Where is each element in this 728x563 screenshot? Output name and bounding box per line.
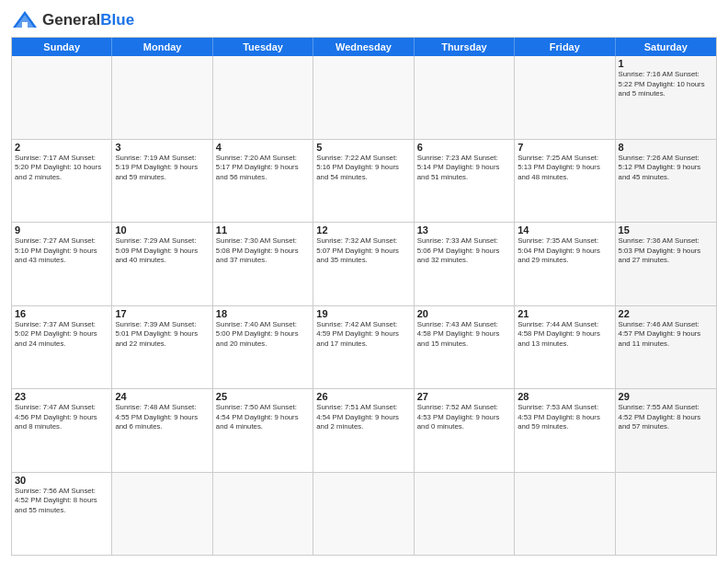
calendar-cell-day-10: 10Sunrise: 7:29 AM Sunset: 5:09 PM Dayli… <box>112 223 212 305</box>
day-number: 10 <box>115 224 209 236</box>
sun-info: Sunrise: 7:36 AM Sunset: 5:03 PM Dayligh… <box>619 236 713 266</box>
calendar-cell-day-15: 15Sunrise: 7:36 AM Sunset: 5:03 PM Dayli… <box>616 223 716 305</box>
day-number: 14 <box>518 224 611 236</box>
sun-info: Sunrise: 7:20 AM Sunset: 5:17 PM Dayligh… <box>216 154 310 183</box>
calendar-cell-day-7: 7Sunrise: 7:25 AM Sunset: 5:13 PM Daylig… <box>515 140 615 223</box>
calendar-cell-empty <box>415 56 515 139</box>
calendar-cell-day-11: 11Sunrise: 7:30 AM Sunset: 5:08 PM Dayli… <box>213 223 313 305</box>
sun-info: Sunrise: 7:39 AM Sunset: 5:01 PM Dayligh… <box>115 320 209 350</box>
calendar-row-1: 2Sunrise: 7:17 AM Sunset: 5:20 PM Daylig… <box>12 139 716 223</box>
calendar-header: SundayMondayTuesdayWednesdayThursdayFrid… <box>12 38 716 56</box>
calendar-cell-day-21: 21Sunrise: 7:44 AM Sunset: 4:58 PM Dayli… <box>515 306 615 389</box>
day-number: 13 <box>417 224 511 236</box>
sun-info: Sunrise: 7:47 AM Sunset: 4:56 PM Dayligh… <box>15 403 108 432</box>
day-number: 12 <box>316 224 410 236</box>
calendar-cell-day-5: 5Sunrise: 7:22 AM Sunset: 5:16 PM Daylig… <box>313 140 414 223</box>
header-day-monday: Monday <box>112 38 212 56</box>
calendar-row-5: 30Sunrise: 7:56 AM Sunset: 4:52 PM Dayli… <box>12 472 716 556</box>
sun-info: Sunrise: 7:56 AM Sunset: 4:52 PM Dayligh… <box>15 487 108 516</box>
calendar-cell-day-19: 19Sunrise: 7:42 AM Sunset: 4:59 PM Dayli… <box>313 306 414 389</box>
calendar-cell-day-23: 23Sunrise: 7:47 AM Sunset: 4:56 PM Dayli… <box>12 389 112 472</box>
sun-info: Sunrise: 7:46 AM Sunset: 4:57 PM Dayligh… <box>619 320 713 350</box>
calendar-cell-day-2: 2Sunrise: 7:17 AM Sunset: 5:20 PM Daylig… <box>12 140 112 223</box>
calendar-cell-day-17: 17Sunrise: 7:39 AM Sunset: 5:01 PM Dayli… <box>112 306 212 389</box>
day-number: 23 <box>15 391 108 402</box>
calendar-cell-day-24: 24Sunrise: 7:48 AM Sunset: 4:55 PM Dayli… <box>112 389 212 472</box>
day-number: 30 <box>15 475 108 486</box>
calendar-cell-day-30: 30Sunrise: 7:56 AM Sunset: 4:52 PM Dayli… <box>12 473 112 556</box>
day-number: 11 <box>216 224 310 236</box>
sun-info: Sunrise: 7:19 AM Sunset: 5:19 PM Dayligh… <box>115 154 209 183</box>
header-day-saturday: Saturday <box>616 38 716 56</box>
day-number: 9 <box>15 224 108 236</box>
calendar-cell-empty <box>616 473 716 556</box>
calendar-cell-empty <box>213 56 313 139</box>
calendar-cell-day-16: 16Sunrise: 7:37 AM Sunset: 5:02 PM Dayli… <box>12 306 112 389</box>
header: GeneralBlue <box>11 9 717 31</box>
calendar-cell-day-27: 27Sunrise: 7:52 AM Sunset: 4:53 PM Dayli… <box>415 389 515 472</box>
calendar-cell-day-4: 4Sunrise: 7:20 AM Sunset: 5:17 PM Daylig… <box>213 140 313 223</box>
sun-info: Sunrise: 7:33 AM Sunset: 5:06 PM Dayligh… <box>417 236 511 266</box>
calendar-cell-empty <box>213 473 313 556</box>
calendar-cell-empty <box>112 56 212 139</box>
sun-info: Sunrise: 7:23 AM Sunset: 5:14 PM Dayligh… <box>417 154 511 183</box>
svg-rect-2 <box>22 22 28 28</box>
calendar-cell-empty <box>112 473 212 556</box>
sun-info: Sunrise: 7:22 AM Sunset: 5:16 PM Dayligh… <box>316 154 410 183</box>
page: GeneralBlue SundayMondayTuesdayWednesday… <box>0 0 728 563</box>
calendar-cell-day-18: 18Sunrise: 7:40 AM Sunset: 5:00 PM Dayli… <box>213 306 313 389</box>
sun-info: Sunrise: 7:43 AM Sunset: 4:58 PM Dayligh… <box>417 320 511 350</box>
calendar-row-0: 1Sunrise: 7:16 AM Sunset: 5:22 PM Daylig… <box>12 56 716 139</box>
calendar-body: 1Sunrise: 7:16 AM Sunset: 5:22 PM Daylig… <box>12 56 716 555</box>
day-number: 29 <box>619 391 713 402</box>
calendar-cell-empty <box>313 56 414 139</box>
calendar-cell-day-3: 3Sunrise: 7:19 AM Sunset: 5:19 PM Daylig… <box>112 140 212 223</box>
calendar-row-3: 16Sunrise: 7:37 AM Sunset: 5:02 PM Dayli… <box>12 305 716 389</box>
logo-icon <box>11 9 39 31</box>
day-number: 25 <box>216 391 310 402</box>
day-number: 26 <box>316 391 410 402</box>
calendar-cell-empty <box>12 56 112 139</box>
sun-info: Sunrise: 7:53 AM Sunset: 4:53 PM Dayligh… <box>518 403 611 432</box>
logo-text: GeneralBlue <box>42 11 134 29</box>
day-number: 6 <box>417 142 511 153</box>
sun-info: Sunrise: 7:50 AM Sunset: 4:54 PM Dayligh… <box>216 403 310 432</box>
day-number: 8 <box>619 142 713 153</box>
day-number: 16 <box>15 308 108 319</box>
day-number: 3 <box>115 142 209 153</box>
calendar-cell-empty <box>515 473 615 556</box>
sun-info: Sunrise: 7:35 AM Sunset: 5:04 PM Dayligh… <box>518 236 611 266</box>
calendar-cell-day-13: 13Sunrise: 7:33 AM Sunset: 5:06 PM Dayli… <box>415 223 515 305</box>
sun-info: Sunrise: 7:55 AM Sunset: 4:52 PM Dayligh… <box>619 403 713 432</box>
calendar: SundayMondayTuesdayWednesdayThursdayFrid… <box>11 37 717 556</box>
day-number: 27 <box>417 391 511 402</box>
sun-info: Sunrise: 7:48 AM Sunset: 4:55 PM Dayligh… <box>115 403 209 432</box>
sun-info: Sunrise: 7:16 AM Sunset: 5:22 PM Dayligh… <box>619 70 713 99</box>
calendar-cell-empty <box>313 473 414 556</box>
calendar-cell-day-9: 9Sunrise: 7:27 AM Sunset: 5:10 PM Daylig… <box>12 223 112 305</box>
calendar-cell-day-22: 22Sunrise: 7:46 AM Sunset: 4:57 PM Dayli… <box>616 306 716 389</box>
logo: GeneralBlue <box>11 9 134 31</box>
calendar-cell-day-20: 20Sunrise: 7:43 AM Sunset: 4:58 PM Dayli… <box>415 306 515 389</box>
header-day-friday: Friday <box>515 38 615 56</box>
calendar-cell-day-12: 12Sunrise: 7:32 AM Sunset: 5:07 PM Dayli… <box>313 223 414 305</box>
day-number: 24 <box>115 391 209 402</box>
calendar-cell-day-26: 26Sunrise: 7:51 AM Sunset: 4:54 PM Dayli… <box>313 389 414 472</box>
day-number: 4 <box>216 142 310 153</box>
calendar-row-2: 9Sunrise: 7:27 AM Sunset: 5:10 PM Daylig… <box>12 222 716 305</box>
day-number: 28 <box>518 391 611 402</box>
sun-info: Sunrise: 7:51 AM Sunset: 4:54 PM Dayligh… <box>316 403 410 432</box>
calendar-cell-day-8: 8Sunrise: 7:26 AM Sunset: 5:12 PM Daylig… <box>616 140 716 223</box>
calendar-cell-day-28: 28Sunrise: 7:53 AM Sunset: 4:53 PM Dayli… <box>515 389 615 472</box>
sun-info: Sunrise: 7:40 AM Sunset: 5:00 PM Dayligh… <box>216 320 310 350</box>
day-number: 15 <box>619 224 713 236</box>
calendar-cell-day-29: 29Sunrise: 7:55 AM Sunset: 4:52 PM Dayli… <box>616 389 716 472</box>
day-number: 2 <box>15 142 108 153</box>
calendar-cell-day-6: 6Sunrise: 7:23 AM Sunset: 5:14 PM Daylig… <box>415 140 515 223</box>
day-number: 22 <box>619 308 713 319</box>
header-day-wednesday: Wednesday <box>313 38 414 56</box>
sun-info: Sunrise: 7:27 AM Sunset: 5:10 PM Dayligh… <box>15 236 108 266</box>
day-number: 18 <box>216 308 310 319</box>
sun-info: Sunrise: 7:30 AM Sunset: 5:08 PM Dayligh… <box>216 236 310 266</box>
calendar-cell-empty <box>415 473 515 556</box>
